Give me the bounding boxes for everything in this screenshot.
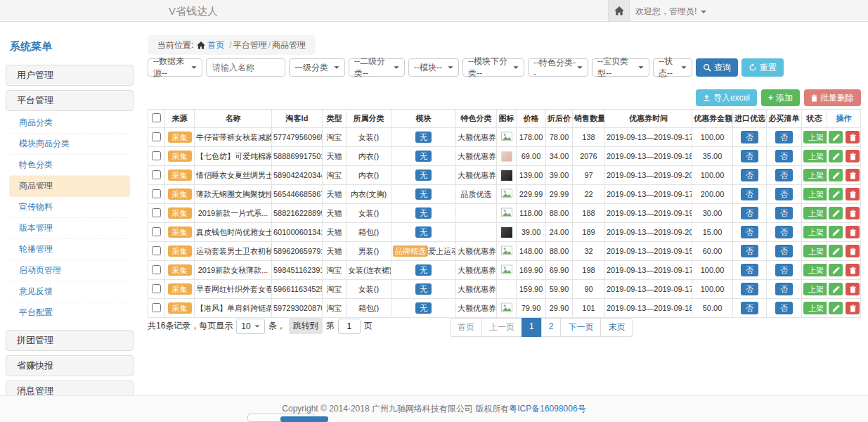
sidebar-subitem-模块商品分类[interactable]: 模块商品分类 xyxy=(9,134,130,155)
module-badge[interactable]: 品牌精选 xyxy=(393,245,428,257)
delete-button[interactable] xyxy=(846,264,860,276)
row-checkbox[interactable] xyxy=(152,132,161,141)
delete-button[interactable] xyxy=(846,188,860,200)
level2-category-select[interactable]: --二级分类-- xyxy=(349,58,405,77)
must-buy-toggle-button[interactable]: 否 xyxy=(775,169,793,181)
import-toggle-button[interactable]: 否 xyxy=(741,131,758,143)
status-button[interactable]: 上架 xyxy=(803,264,827,276)
module-badge[interactable]: 无 xyxy=(415,151,432,162)
sidebar-subitem-轮播管理[interactable]: 轮播管理 xyxy=(9,239,130,260)
import-toggle-button[interactable]: 否 xyxy=(741,302,758,314)
delete-button[interactable] xyxy=(846,169,860,181)
import-toggle-button[interactable]: 否 xyxy=(741,245,758,257)
module-badge[interactable]: 无 xyxy=(415,207,432,219)
module-badge[interactable]: 无 xyxy=(415,132,432,143)
import-toggle-button[interactable]: 否 xyxy=(741,226,758,238)
page-button-下一页[interactable]: 下一页 xyxy=(560,318,601,337)
sidebar-item-用户管理[interactable]: 用户管理 xyxy=(6,65,134,86)
module-badge[interactable]: 无 xyxy=(415,188,432,200)
sidebar-item-省赚快报[interactable]: 省赚快报 xyxy=(6,355,134,376)
row-checkbox[interactable] xyxy=(152,151,161,160)
row-checkbox[interactable] xyxy=(152,227,161,236)
status-button[interactable]: 上架 xyxy=(803,226,827,238)
breadcrumb-home-link[interactable]: 首页 xyxy=(197,35,224,55)
sidebar-item-拼团管理[interactable]: 拼团管理 xyxy=(6,330,134,351)
sidebar-subitem-启动页管理[interactable]: 启动页管理 xyxy=(9,260,130,281)
status-button[interactable]: 上架 xyxy=(803,207,827,219)
edit-button[interactable] xyxy=(829,169,843,181)
edit-button[interactable] xyxy=(829,283,843,295)
page-button-首页[interactable]: 首页 xyxy=(450,318,482,337)
import-toggle-button[interactable]: 否 xyxy=(741,150,758,162)
sidebar-item-平台管理[interactable]: 平台管理 xyxy=(6,90,134,111)
icp-link[interactable]: 粤ICP备16098006号 xyxy=(509,403,585,415)
delete-button[interactable] xyxy=(846,207,860,219)
status-button[interactable]: 上架 xyxy=(803,150,827,162)
per-page-select[interactable]: 10 xyxy=(236,319,264,334)
feature-category-select[interactable]: --特色分类-- xyxy=(528,58,588,77)
module-badge[interactable]: 无 xyxy=(415,226,432,238)
module-badge[interactable]: 无 xyxy=(415,170,432,181)
row-checkbox[interactable] xyxy=(152,246,161,255)
edit-button[interactable] xyxy=(829,207,843,219)
delete-button[interactable] xyxy=(846,245,860,257)
page-button-1[interactable]: 1 xyxy=(522,318,542,337)
must-buy-toggle-button[interactable]: 否 xyxy=(775,226,793,238)
name-search-input[interactable] xyxy=(206,58,285,77)
must-buy-toggle-button[interactable]: 否 xyxy=(775,245,793,257)
module-badge[interactable]: 无 xyxy=(415,264,432,276)
import-toggle-button[interactable]: 否 xyxy=(741,283,758,295)
must-buy-toggle-button[interactable]: 否 xyxy=(775,207,793,219)
module-badge[interactable]: 无 xyxy=(415,302,432,314)
module-badge[interactable]: 无 xyxy=(415,283,432,295)
row-checkbox[interactable] xyxy=(152,284,161,293)
status-button[interactable]: 上架 xyxy=(803,302,827,314)
sidebar-subitem-版本管理[interactable]: 版本管理 xyxy=(9,218,130,239)
status-button[interactable]: 上架 xyxy=(803,245,827,257)
status-button[interactable]: 上架 xyxy=(803,131,827,143)
sidebar-subitem-商品管理[interactable]: 商品管理 xyxy=(9,176,130,197)
item-type-select[interactable]: --宝贝类型-- xyxy=(592,58,649,77)
import-toggle-button[interactable]: 否 xyxy=(741,188,758,200)
edit-button[interactable] xyxy=(829,245,843,257)
batch-delete-button[interactable]: 批量删除 xyxy=(804,89,861,106)
status-button[interactable]: 上架 xyxy=(803,283,827,295)
level1-category-select[interactable]: 一级分类 xyxy=(289,58,345,77)
import-excel-button[interactable]: 导入excel xyxy=(696,89,757,106)
page-button-上一页[interactable]: 上一页 xyxy=(481,318,522,337)
import-toggle-button[interactable]: 否 xyxy=(741,169,758,181)
import-toggle-button[interactable]: 否 xyxy=(741,207,758,219)
row-checkbox[interactable] xyxy=(152,303,161,312)
delete-button[interactable] xyxy=(846,150,860,162)
edit-button[interactable] xyxy=(829,188,843,200)
must-buy-toggle-button[interactable]: 否 xyxy=(775,131,793,143)
sidebar-subitem-宣传物料[interactable]: 宣传物料 xyxy=(9,197,130,218)
user-menu[interactable]: 欢迎您，管理员! xyxy=(635,6,706,18)
sidebar-subitem-平台配置[interactable]: 平台配置 xyxy=(9,302,130,323)
sidebar-subitem-意见反馈[interactable]: 意见反馈 xyxy=(9,281,130,302)
row-checkbox[interactable] xyxy=(152,189,161,198)
page-button-2[interactable]: 2 xyxy=(541,318,562,337)
data-source-select[interactable]: --数据来源-- xyxy=(148,58,202,77)
add-button[interactable]: + 添加 xyxy=(761,89,800,106)
status-select[interactable]: --状态-- xyxy=(653,58,692,77)
edit-button[interactable] xyxy=(829,302,843,314)
must-buy-toggle-button[interactable]: 否 xyxy=(775,302,793,314)
delete-button[interactable] xyxy=(846,302,860,314)
jump-button[interactable]: 跳转到 xyxy=(289,318,323,334)
edit-button[interactable] xyxy=(829,150,843,162)
jump-page-input[interactable] xyxy=(338,319,361,334)
search-button[interactable]: 查询 xyxy=(696,58,738,77)
page-button-末页[interactable]: 末页 xyxy=(600,318,633,337)
reset-button[interactable]: 重置 xyxy=(741,58,784,77)
must-buy-toggle-button[interactable]: 否 xyxy=(775,150,793,162)
sidebar-subitem-商品分类[interactable]: 商品分类 xyxy=(9,113,130,134)
edit-button[interactable] xyxy=(829,131,843,143)
row-checkbox[interactable] xyxy=(152,265,161,274)
row-checkbox[interactable] xyxy=(152,208,161,217)
delete-button[interactable] xyxy=(846,226,860,238)
sidebar-subitem-特色分类[interactable]: 特色分类 xyxy=(9,155,130,176)
delete-button[interactable] xyxy=(846,283,860,295)
must-buy-toggle-button[interactable]: 否 xyxy=(775,283,793,295)
edit-button[interactable] xyxy=(829,226,843,238)
